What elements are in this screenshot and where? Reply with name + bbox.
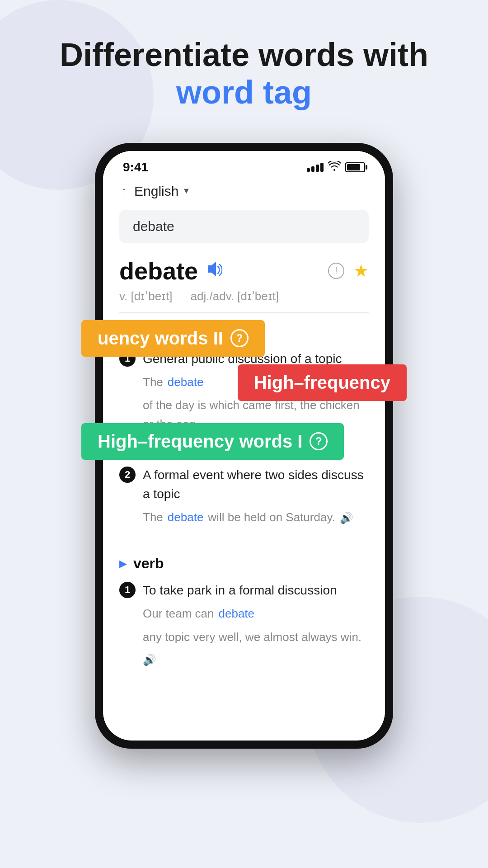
search-bar[interactable]: debate (119, 210, 369, 243)
svg-marker-0 (208, 262, 216, 276)
status-bar: 9:41 (103, 151, 385, 179)
example-2: The debate will be held on Saturday. 🔊 (119, 508, 369, 527)
status-icons (307, 161, 365, 174)
top-bar: ↑ English ▼ (103, 179, 385, 206)
phone-container: uency words II ? High–frequency High–fre… (0, 143, 488, 749)
header-title: Differentiate words with word tag (27, 36, 461, 111)
green-help-icon[interactable]: ? (310, 432, 328, 450)
divider (119, 312, 369, 313)
status-time: 9:41 (123, 160, 148, 175)
tag-green-overlay: High–frequency words I ? (81, 423, 344, 460)
word-main: debate (119, 257, 222, 285)
verb-def-text-1: To take park in a formal discussion (143, 581, 369, 600)
battery-icon (345, 162, 365, 172)
orange-help-icon[interactable]: ? (230, 329, 249, 347)
tag-orange: uency words II ? (81, 320, 265, 357)
phone-with-overlays: uency words II ? High–frequency High–fre… (95, 143, 393, 749)
example-verb-1-audio-icon[interactable]: 🔊 (143, 651, 156, 669)
phonetics: v. [dɪˈbeɪt] adj./adv. [dɪˈbeɪt] (103, 285, 385, 312)
language-selector[interactable]: English ▼ (134, 184, 190, 199)
word-actions: ! ★ (328, 261, 369, 281)
def-text-2: A formal event where two sides discuss a… (143, 466, 369, 504)
example-2-audio-icon[interactable]: 🔊 (340, 509, 353, 527)
example-verb-1: Our team can debate any topic very well,… (119, 604, 369, 669)
verb-arrow-icon: ▶ (119, 558, 127, 570)
audio-icon[interactable] (206, 262, 222, 280)
back-arrow-icon[interactable]: ↑ (121, 184, 127, 198)
star-icon[interactable]: ★ (353, 261, 369, 281)
tag-red: High–frequency (238, 364, 407, 401)
verb-header: ▶ verb (119, 555, 369, 572)
word-title: debate (119, 257, 198, 285)
info-icon[interactable]: ! (328, 263, 344, 279)
word-header: debate ! ★ (103, 252, 385, 285)
verb-section: ▶ verb 1 To take park in a formal discus… (103, 555, 385, 686)
header-section: Differentiate words with word tag (0, 0, 488, 134)
divider-2 (119, 544, 369, 544)
signal-icon (307, 163, 324, 172)
def-number-2: 2 (119, 467, 136, 483)
verb-label: verb (133, 555, 164, 572)
dropdown-arrow-icon: ▼ (182, 186, 190, 196)
verb-def-number-1: 1 (119, 582, 136, 598)
verb-def-1: 1 To take park in a formal discussion Ou… (119, 581, 369, 669)
noun-def-2: 2 A formal event where two sides discuss… (119, 466, 369, 527)
wifi-icon (328, 161, 341, 174)
